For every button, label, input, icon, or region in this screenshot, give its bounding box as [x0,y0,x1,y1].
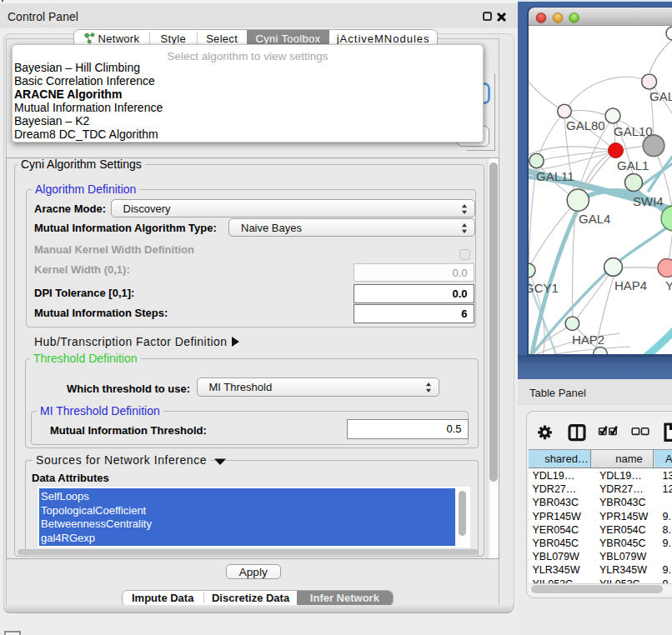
svg-text:GCY1: GCY1 [529,281,559,295]
svg-text:HAP2: HAP2 [572,332,604,347]
svg-text:HAP4: HAP4 [614,278,647,292]
svg-text:GAL4: GAL4 [579,212,610,226]
svg-text:GAL7: GAL7 [649,89,672,103]
svg-text:GAL10: GAL10 [614,124,653,138]
svg-text:GAL11: GAL11 [536,169,574,183]
svg-text:SWI4: SWI4 [633,194,664,208]
svg-text:GAL80: GAL80 [566,118,605,132]
svg-text:GAL1: GAL1 [617,158,649,172]
svg-text:Y: Y [665,278,672,292]
